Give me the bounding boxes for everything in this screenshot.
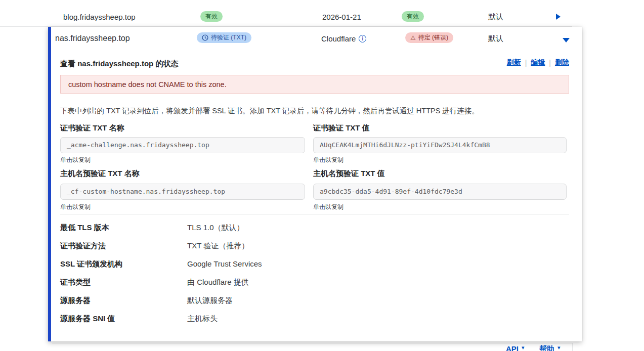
copy-hint: 单击以复制 (60, 156, 91, 164)
refresh-link[interactable]: 刷新 (507, 58, 521, 67)
detail-label: SSL 证书颁发机构 (60, 259, 122, 269)
hostname-cell: blog.fridayssheep.top (63, 7, 136, 26)
instructions-text: 下表中列出的 TXT 记录到位后，将颁发并部署 SSL 证书。添加 TXT 记录… (60, 106, 571, 116)
help-link-label: 帮助 (539, 344, 554, 351)
field-label: 主机名预验证 TXT 名称 (60, 169, 140, 179)
clock-icon (202, 34, 208, 41)
table-right-border-bottom (572, 343, 573, 351)
hostname-cell: nas.fridayssheep.top (55, 32, 130, 45)
field-label: 主机名预验证 TXT 值 (313, 169, 385, 179)
delete-link[interactable]: 删除 (555, 58, 569, 67)
section-divider (60, 214, 569, 214)
help-link[interactable]: 帮助 ▾ (539, 344, 561, 351)
expand-row-button[interactable] (556, 7, 561, 26)
chevron-down-icon: ▾ (522, 344, 525, 351)
origin-server-cell: 默认 (488, 32, 503, 45)
copy-hint: 单击以复制 (313, 156, 344, 164)
hostname-status-badge: 有效 (402, 11, 424, 22)
error-alert: custom hostname does not CNAME to this z… (60, 75, 569, 94)
table-row[interactable]: blog.fridayssheep.top 有效 2026-01-21 有效 默… (0, 7, 644, 26)
chevron-down-icon (563, 38, 570, 42)
info-icon[interactable]: i (359, 35, 366, 42)
warning-icon: ⚠ (410, 35, 416, 41)
detail-label: 最低 TLS 版本 (60, 223, 109, 233)
collapse-row-button[interactable] (563, 34, 570, 46)
txt-name-field[interactable]: _acme-challenge.nas.fridayssheep.top (60, 137, 305, 153)
detail-label: 证书类型 (60, 278, 91, 287)
hostname-status-badge: ⚠ 待定 (错误) (405, 32, 453, 43)
edit-link[interactable]: 编辑 (531, 58, 545, 67)
certificate-authority-label: Cloudflare (321, 34, 356, 43)
detail-value: 由 Cloudflare 提供 (187, 278, 249, 287)
hostname-status-label: 待定 (错误) (418, 34, 448, 41)
action-separator: | (525, 59, 527, 67)
copy-hint: 单击以复制 (60, 203, 91, 211)
panel-actions: 刷新 | 编辑 | 删除 (507, 58, 569, 67)
expiration-date-cell: 2026-01-21 (322, 7, 361, 26)
chevron-down-icon: ▾ (557, 344, 561, 351)
origin-server-cell: 默认 (488, 7, 503, 26)
detail-label: 源服务器 SNI 值 (60, 314, 115, 324)
txt-value-field[interactable]: a9cbdc35-dda5-4d91-89ef-4d10fdc79e3d (313, 184, 567, 200)
error-message: custom hostname does not CNAME to this z… (68, 80, 227, 89)
panel-title: 查看 nas.fridayssheep.top 的状态 (60, 59, 178, 69)
api-link[interactable]: API ▾ (506, 344, 525, 351)
detail-value: TLS 1.0（默认） (187, 223, 244, 233)
detail-value: Google Trust Services (187, 259, 262, 268)
copy-hint: 单击以复制 (313, 203, 344, 211)
api-link-label: API (506, 344, 519, 351)
detail-label: 证书验证方法 (60, 241, 106, 251)
expanded-hostname-panel: nas.fridayssheep.top 待验证 (TXT) Cloudflar… (48, 27, 582, 341)
txt-name-field[interactable]: _cf-custom-hostname.nas.fridayssheep.top (60, 184, 305, 200)
detail-value: 默认源服务器 (187, 296, 233, 305)
field-label: 证书验证 TXT 名称 (60, 123, 124, 133)
ssl-status-label: 待验证 (TXT) (211, 34, 246, 41)
detail-value: 主机标头 (187, 314, 218, 324)
action-separator: | (549, 59, 551, 67)
certificate-authority-cell: Cloudflare i (321, 32, 366, 45)
chevron-right-icon (556, 14, 561, 20)
field-label: 证书验证 TXT 值 (313, 123, 370, 133)
txt-value-field[interactable]: AUqCEAK4LmjMTHi6dJLNzz-ptiYiFDw2SJ4L4kfC… (313, 137, 567, 153)
detail-label: 源服务器 (60, 296, 91, 305)
ssl-status-badge: 有效 (200, 11, 223, 22)
ssl-status-badge: 待验证 (TXT) (197, 32, 251, 43)
table-bottom-divider (52, 343, 572, 343)
detail-value: TXT 验证（推荐） (187, 241, 249, 251)
